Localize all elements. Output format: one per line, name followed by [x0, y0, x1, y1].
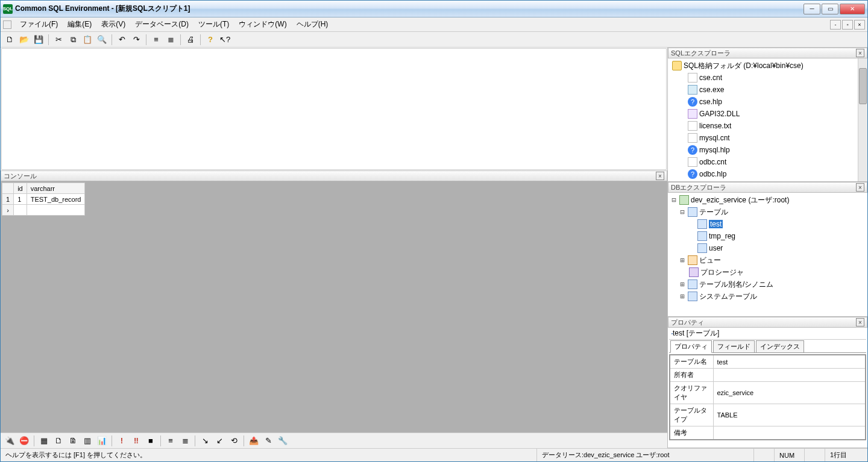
table-tmp-reg[interactable]: tmp_reg — [670, 230, 865, 242]
mdi-close-button[interactable]: × — [854, 20, 865, 30]
print-icon[interactable]: 🖨 — [184, 33, 197, 46]
export-icon[interactable]: 📤 — [247, 434, 260, 448]
grid-icon[interactable]: ▦ — [37, 434, 51, 448]
procs-node[interactable]: プロシージャ — [670, 266, 865, 278]
commit-icon[interactable]: ↘ — [198, 434, 212, 448]
menu-view[interactable]: 表示(V) — [96, 18, 130, 31]
menu-database[interactable]: データベース(D) — [130, 18, 193, 31]
indent-right-icon[interactable]: ≣ — [164, 33, 177, 46]
mdi-restore-button[interactable]: ▫ — [842, 20, 853, 30]
new-script-icon[interactable]: 🗋 — [52, 434, 65, 448]
scrollbar-thumb[interactable] — [859, 68, 867, 104]
new-icon[interactable]: 🗋 — [3, 33, 16, 46]
tables-node[interactable]: ⊟テーブル — [670, 206, 865, 218]
paste-icon[interactable]: 📋 — [81, 33, 94, 46]
file-mysql-hlp[interactable]: ?mysql.hlp — [670, 144, 865, 156]
cell-varcharr[interactable]: TEST_db_record — [27, 194, 85, 205]
menu-help[interactable]: ヘルプ(H) — [292, 18, 333, 31]
properties-panel: プロパティ × test [テーブル] プロパティ フィールド インデックス テ… — [668, 317, 867, 448]
file-cse-exe[interactable]: cse.exe — [670, 84, 865, 96]
properties-close-button[interactable]: × — [856, 318, 864, 326]
sql-explorer-close-button[interactable]: × — [856, 49, 864, 57]
explain-icon[interactable]: 🗎 — [66, 434, 80, 448]
menu-edit[interactable]: 編集(E) — [63, 18, 96, 31]
close-button[interactable]: ✕ — [840, 4, 865, 14]
database-icon — [679, 195, 689, 205]
redo-icon[interactable]: ↷ — [130, 33, 143, 46]
property-tabs: プロパティ フィールド インデックス — [669, 341, 866, 353]
find-icon[interactable]: 🔍 — [95, 33, 108, 46]
help-icon[interactable]: ? — [204, 33, 217, 46]
tree-root-folder[interactable]: SQL格納フォルダ (D:¥local¥bin¥cse) — [670, 60, 865, 72]
mdi-minimize-button[interactable]: - — [830, 20, 841, 30]
db-explorer-panel: DBエクスプローラ × ⊟dev_ezic_service (ユーザ:root)… — [668, 182, 867, 317]
db-explorer-body[interactable]: ⊟dev_ezic_service (ユーザ:root) ⊟テーブル test … — [668, 193, 867, 316]
views-node[interactable]: ⊞ビュー — [670, 254, 865, 266]
table-row[interactable]: 1 1 TEST_db_record — [2, 194, 85, 205]
aliases-node[interactable]: ⊞テーブル別名/シノニム — [670, 278, 865, 290]
right-column: SQLエクスプローラ × SQL格納フォルダ (D:¥local¥bin¥cse… — [667, 48, 867, 448]
properties-header: プロパティ × — [668, 317, 867, 328]
systables-node[interactable]: ⊞システムテーブル — [670, 290, 865, 302]
file-license-txt[interactable]: license.txt — [670, 120, 865, 132]
status-caps — [754, 449, 775, 461]
console-body[interactable]: id varcharr 1 1 TEST_db_record › — [1, 181, 667, 432]
tab-field[interactable]: フィールド — [713, 340, 755, 352]
menu-window[interactable]: ウィンドウ(W) — [234, 18, 291, 31]
open-icon[interactable]: 📂 — [17, 33, 31, 46]
console-header: コンソール × — [1, 170, 667, 181]
cell-id[interactable]: 1 — [14, 194, 27, 205]
exe-icon — [688, 85, 697, 95]
prop-type: TABLE — [713, 404, 866, 426]
maximize-button[interactable]: ▭ — [822, 4, 838, 14]
sql-explorer-body[interactable]: SQL格納フォルダ (D:¥local¥bin¥cse) cse.cnt cse… — [668, 58, 867, 181]
tab-property[interactable]: プロパティ — [670, 340, 712, 353]
file-odbc-hlp[interactable]: ?odbc.hlp — [670, 168, 865, 180]
chart-icon[interactable]: 📊 — [95, 434, 108, 448]
file-odbc-cnt[interactable]: odbc.cnt — [670, 156, 865, 168]
file-cse-hlp[interactable]: ?cse.hlp — [670, 96, 865, 108]
file-gapi32-dll[interactable]: GAPI32.DLL — [670, 108, 865, 120]
minimize-button[interactable]: ─ — [804, 4, 820, 14]
menu-file[interactable]: ファイル(F) — [15, 18, 63, 31]
col-id[interactable]: id — [14, 183, 27, 194]
connect-icon[interactable]: 🔌 — [3, 434, 16, 448]
undo-icon[interactable]: ↶ — [115, 33, 128, 46]
rollback-icon[interactable]: ↙ — [213, 434, 226, 448]
copy-icon[interactable]: ⧉ — [66, 33, 80, 46]
sql-explorer-scrollbar[interactable] — [858, 58, 867, 181]
table-test[interactable]: test — [670, 218, 865, 230]
output-icon[interactable]: ▥ — [81, 434, 94, 448]
tab-index[interactable]: インデックス — [756, 340, 804, 352]
filter-icon[interactable]: ✎ — [262, 434, 275, 448]
whatsthis-icon[interactable]: ↖? — [218, 33, 231, 46]
run-all-icon[interactable]: ‼ — [130, 434, 143, 448]
col-varcharr[interactable]: varcharr — [27, 183, 85, 194]
row-current-marker: › — [2, 205, 14, 216]
save-icon[interactable]: 💾 — [32, 33, 45, 46]
menu-tool[interactable]: ツール(T) — [193, 18, 234, 31]
run-icon[interactable]: ! — [115, 434, 128, 448]
format-icon[interactable]: ≡ — [164, 434, 177, 448]
table-row-empty[interactable]: › — [2, 205, 85, 216]
file-cse-cnt[interactable]: cse.cnt — [670, 72, 865, 84]
transaction-icon[interactable]: ⟲ — [227, 434, 241, 448]
file-mysql-cnt[interactable]: mysql.cnt — [670, 132, 865, 144]
prop-owner — [713, 369, 866, 382]
table-user[interactable]: user — [670, 242, 865, 254]
db-node[interactable]: ⊟dev_ezic_service (ユーザ:root) — [670, 194, 865, 206]
toolbar-top: 🗋 📂 💾 ✂ ⧉ 📋 🔍 ↶ ↷ ≡ ≣ 🖨 ? ↖? — [1, 32, 867, 48]
console-close-button[interactable]: × — [656, 172, 664, 180]
tool-icon[interactable]: 🔧 — [276, 434, 289, 448]
cut-icon[interactable]: ✂ — [52, 33, 65, 46]
prop-remarks — [713, 426, 866, 440]
helpfile-icon: ? — [688, 169, 697, 179]
db-explorer-close-button[interactable]: × — [856, 183, 864, 192]
indent-left-icon[interactable]: ≡ — [149, 33, 163, 46]
stop-icon[interactable]: ■ — [144, 434, 157, 448]
prop-table-name: test — [713, 355, 866, 369]
mdi-system-icon[interactable] — [3, 20, 11, 29]
disconnect-icon[interactable]: ⛔ — [17, 434, 31, 448]
sql-editor[interactable] — [1, 48, 667, 170]
format2-icon[interactable]: ≣ — [178, 434, 192, 448]
